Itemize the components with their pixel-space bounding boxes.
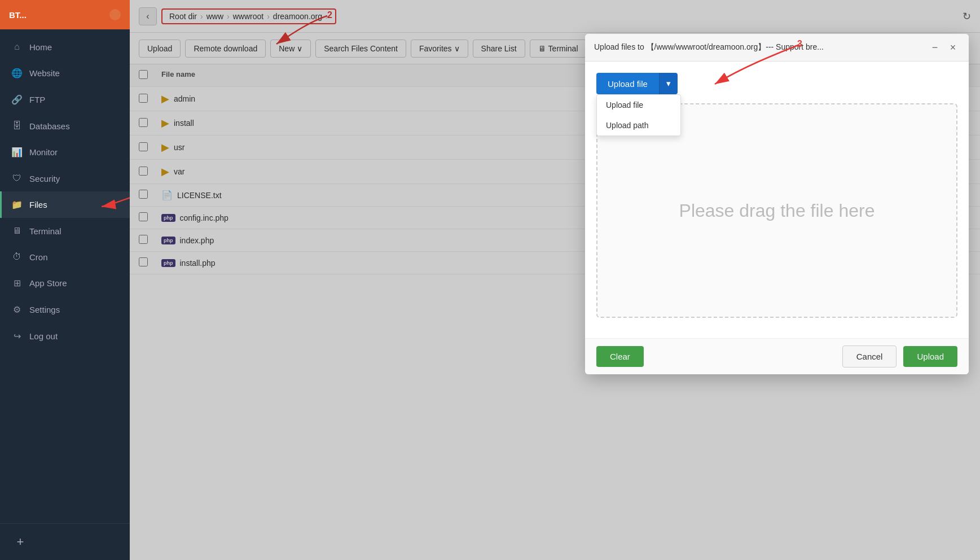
cron-icon: ⏱ [11,252,23,262]
modal-footer: Clear Cancel Upload [585,338,969,374]
appstore-icon: ⊞ [11,278,23,288]
dropdown-item-upload-file[interactable]: Upload file [597,95,680,115]
sidebar-footer: + [0,523,130,560]
sidebar-nav: ⌂ Home 🌐 Website 🔗 FTP 🗄 Databases 📊 Mon… [0,29,130,523]
monitor-icon: 📊 [11,147,23,158]
sidebar-item-label: FTP [29,95,45,104]
sidebar-item-label: Security [29,174,60,183]
terminal-icon: 🖥 [11,226,23,236]
sidebar-item-label: Log out [29,331,58,341]
modal-header-buttons: − × [928,41,960,54]
sidebar-item-files[interactable]: 📁 Files 1 [0,191,130,218]
sidebar-item-terminal[interactable]: 🖥 Terminal [0,218,130,244]
upload-confirm-button[interactable]: Upload [903,346,957,367]
sidebar-item-label: Website [29,68,60,78]
sidebar-item-label: Settings [29,305,60,314]
home-icon: ⌂ [11,42,23,52]
dropdown-item-upload-path[interactable]: Upload path [597,115,680,135]
sidebar-item-label: Cron [29,252,48,262]
ftp-icon: 🔗 [11,94,23,105]
main-content: ‹ Root dir › www › wwwroot › dreamoon.or… [130,0,980,560]
sidebar-item-home[interactable]: ⌂ Home [0,34,130,60]
drop-zone-text: Please drag the file here [679,200,875,221]
sidebar-item-label: Home [29,42,52,52]
sidebar-item-logout[interactable]: ↪ Log out [0,323,130,349]
sidebar-item-website[interactable]: 🌐 Website [0,60,130,86]
modal-title: Upload files to 【/www/wwwroot/dreamoon.o… [594,42,824,53]
upload-dropdown-toggle[interactable]: ▾ [659,73,678,94]
add-button[interactable]: + [11,533,29,551]
sidebar-item-label: Databases [29,121,70,131]
upload-modal: Upload files to 【/www/wwwroot/dreamoon.o… [585,34,969,374]
upload-file-button[interactable]: Upload file [596,73,659,94]
modal-overlay: Upload files to 【/www/wwwroot/dreamoon.o… [130,0,980,560]
sidebar-item-label: Monitor [29,147,58,157]
sidebar-item-cron[interactable]: ⏱ Cron [0,244,130,270]
security-icon: 🛡 [11,173,23,183]
clear-button[interactable]: Clear [596,346,644,367]
sidebar: BT... ⌂ Home 🌐 Website 🔗 FTP 🗄 Databases… [0,0,130,560]
sidebar-title: BT... [9,10,27,20]
logout-icon: ↪ [11,331,23,342]
sidebar-item-databases[interactable]: 🗄 Databases [0,113,130,139]
sidebar-header: BT... [0,0,130,29]
sidebar-item-label: App Store [29,278,67,288]
modal-body: Upload file ▾ Upload file Upload path [585,62,969,338]
sidebar-item-settings[interactable]: ⚙ Settings [0,296,130,323]
sidebar-item-security[interactable]: 🛡 Security [0,165,130,191]
settings-icon: ⚙ [11,304,23,315]
upload-dropdown-menu: Upload file Upload path [596,94,681,136]
sidebar-item-monitor[interactable]: 📊 Monitor [0,139,130,165]
modal-header: Upload files to 【/www/wwwroot/dreamoon.o… [585,34,969,62]
modal-close-button[interactable]: × [946,41,960,54]
files-icon: 📁 [11,199,23,210]
website-icon: 🌐 [11,68,23,78]
sidebar-item-ftp[interactable]: 🔗 FTP [0,86,130,113]
sidebar-item-label: Terminal [29,226,61,236]
modal-minimize-button[interactable]: − [928,41,942,54]
sidebar-badge [109,9,121,20]
sidebar-item-appstore[interactable]: ⊞ App Store [0,270,130,296]
upload-btn-group: Upload file ▾ Upload file Upload path [596,73,957,94]
cancel-button[interactable]: Cancel [842,345,897,368]
databases-icon: 🗄 [11,121,23,131]
active-bar [0,191,2,218]
sidebar-item-label: Files [29,200,47,209]
